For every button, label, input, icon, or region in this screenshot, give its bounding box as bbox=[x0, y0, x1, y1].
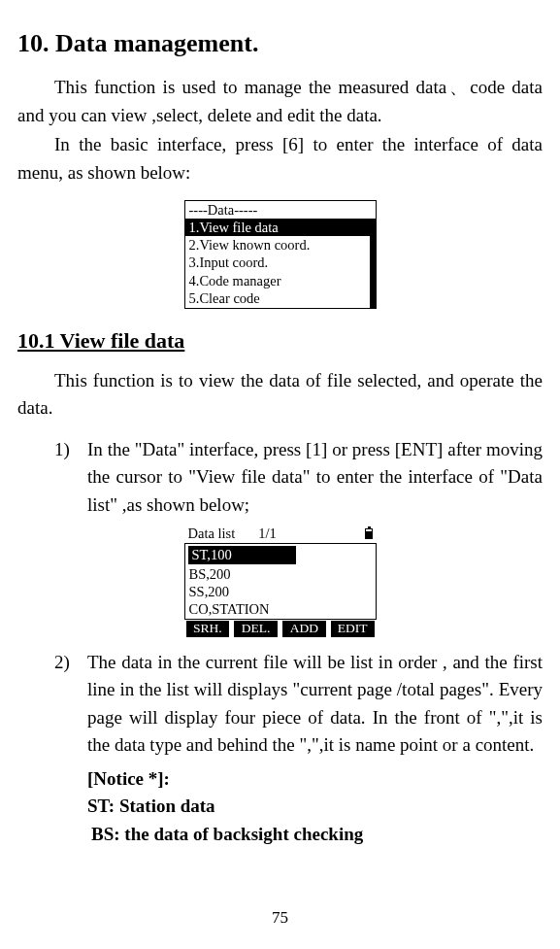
heading-main: 10. Data management. bbox=[17, 29, 543, 58]
list-number: 2) bbox=[54, 649, 87, 760]
list-text: The data in the current file will be lis… bbox=[87, 649, 543, 760]
paragraph-intro1: This function is used to manage the meas… bbox=[17, 74, 543, 129]
notice-block: [Notice *]: ST: Station data bbox=[87, 765, 543, 821]
data-row-ss[interactable]: SS,200 bbox=[185, 583, 376, 600]
paragraph-intro2: In the basic interface, press [6] to ent… bbox=[17, 131, 543, 186]
menu-item-view-known-coord[interactable]: 2.View known coord. bbox=[185, 236, 376, 254]
menu-header: ----Data----- bbox=[185, 201, 376, 219]
data-row-bs[interactable]: BS,200 bbox=[185, 565, 376, 583]
notice-bs: BS: the data of backsight checking bbox=[91, 821, 543, 849]
list-item-2: 2) The data in the current file will be … bbox=[54, 649, 543, 760]
heading-section: 10.1 View file data bbox=[17, 328, 543, 354]
data-row-co[interactable]: CO,STATION bbox=[185, 600, 376, 618]
del-button[interactable]: DEL. bbox=[234, 621, 278, 637]
device-content: ST,100 BS,200 SS,200 CO,STATION bbox=[184, 543, 377, 620]
notice-label: [Notice *]: bbox=[87, 765, 543, 794]
notice-st: ST: Station data bbox=[87, 793, 543, 821]
srh-button[interactable]: SRH. bbox=[186, 621, 230, 637]
data-menu-box: ----Data----- 1.View file data 2.View kn… bbox=[184, 200, 377, 309]
page-number: 75 bbox=[0, 908, 560, 928]
device-header: Data list 1/1 bbox=[184, 525, 377, 543]
list-item-1: 1) In the "Data" interface, press [1] or… bbox=[54, 436, 543, 520]
menu-item-clear-code[interactable]: 5.Clear code bbox=[185, 289, 376, 307]
device-button-row: SRH. DEL. ADD EDIT bbox=[184, 621, 377, 637]
menu-item-code-manager[interactable]: 4.Code manager bbox=[185, 272, 376, 289]
menu-item-view-file-data[interactable]: 1.View file data bbox=[185, 219, 370, 236]
list-text: In the "Data" interface, press [1] or pr… bbox=[87, 436, 543, 520]
paragraph-section: This function is to view the data of fil… bbox=[17, 367, 543, 423]
battery-icon bbox=[365, 528, 373, 539]
list-number: 1) bbox=[54, 436, 87, 520]
device-page: 1/1 bbox=[258, 525, 277, 542]
menu-item-input-coord[interactable]: 3.Input coord. bbox=[185, 254, 376, 271]
edit-button[interactable]: EDIT bbox=[331, 621, 375, 637]
data-list-device: Data list 1/1 ST,100 BS,200 SS,200 CO,ST… bbox=[184, 525, 377, 637]
device-title: Data list bbox=[188, 525, 236, 542]
add-button[interactable]: ADD bbox=[282, 621, 326, 637]
menu-scrollbar[interactable] bbox=[370, 219, 376, 308]
data-row-st[interactable]: ST,100 bbox=[187, 545, 298, 564]
